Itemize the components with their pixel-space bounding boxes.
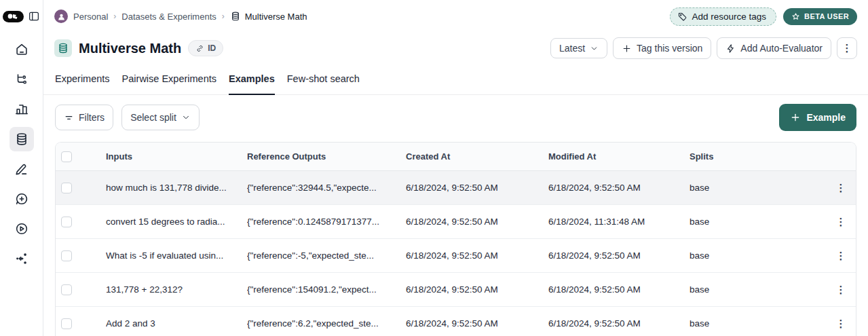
home-icon	[14, 42, 29, 57]
breadcrumb: Personal › Datasets & Experiments › Mult…	[54, 10, 307, 23]
tab-examples[interactable]: Examples	[229, 64, 275, 95]
cell-inputs: Add 2 and 3	[106, 318, 247, 329]
chevron-down-icon	[590, 44, 599, 53]
select-split-label: Select split	[130, 112, 176, 123]
column-header-inputs[interactable]: Inputs	[106, 151, 247, 162]
deployments-icon	[14, 251, 29, 266]
row-checkbox[interactable]	[61, 284, 72, 295]
cell-created-at: 6/18/2024, 9:52:50 AM	[406, 217, 548, 227]
lightning-icon	[725, 43, 736, 54]
pencil-icon	[14, 162, 29, 176]
chevron-down-icon	[181, 113, 191, 122]
more-options-button[interactable]: ⋮	[837, 37, 857, 59]
cell-reference-outputs: {"reference":154091.2,"expect...	[247, 284, 406, 295]
add-resource-tags-label: Add resource tags	[692, 12, 767, 22]
add-auto-evaluator-button[interactable]: Add Auto-Evaluator	[717, 37, 831, 59]
database-icon	[14, 132, 29, 147]
cell-inputs: 131,778 + 22,312?	[106, 284, 247, 295]
sidebar-item-annotation-queues[interactable]	[10, 157, 34, 181]
cell-reference-outputs: {"reference":32944.5,"expecte...	[247, 183, 406, 193]
add-example-button[interactable]: Example	[779, 104, 856, 131]
id-label: ID	[208, 43, 216, 53]
version-label: Latest	[559, 43, 585, 54]
cell-modified-at: 6/18/2024, 11:31:48 AM	[548, 217, 690, 227]
filters-button[interactable]: Filters	[55, 105, 113, 130]
sidebar-item-prompts[interactable]	[10, 187, 34, 211]
langsmith-logo-icon[interactable]	[3, 11, 24, 22]
filters-label: Filters	[79, 112, 105, 123]
row-menu-button[interactable]: ⋮	[826, 284, 856, 296]
tag-this-version-label: Tag this version	[637, 43, 702, 54]
sidebar-collapse-icon[interactable]	[28, 10, 40, 22]
app-window: Personal › Datasets & Experiments › Mult…	[0, 0, 868, 336]
add-example-label: Example	[806, 112, 846, 123]
table-row[interactable]: 131,778 + 22,312? {"reference":154091.2,…	[56, 273, 856, 307]
examples-table: Inputs Reference Outputs Created At Modi…	[55, 142, 856, 336]
cell-reference-outputs: {"reference":-5,"expected_ste...	[247, 250, 406, 261]
row-checkbox[interactable]	[61, 217, 72, 227]
tab-few-shot-search[interactable]: Few-shot search	[287, 64, 360, 95]
add-resource-tags-button[interactable]: Add resource tags	[670, 7, 777, 26]
chat-plus-icon	[14, 191, 29, 206]
sidebar-item-deployments[interactable]	[10, 246, 34, 271]
star-icon	[791, 12, 800, 21]
filter-icon	[64, 113, 74, 123]
table-row[interactable]: What is -5 if evaluated usin... {"refere…	[56, 239, 856, 273]
row-menu-button[interactable]: ⋮	[826, 216, 856, 228]
breadcrumb-current[interactable]: Multiverse Math	[230, 11, 307, 22]
row-checkbox[interactable]	[61, 318, 72, 329]
tracing-flow-icon	[14, 72, 29, 87]
row-checkbox[interactable]	[61, 183, 72, 193]
database-icon	[230, 11, 241, 22]
row-menu-button[interactable]: ⋮	[826, 250, 856, 262]
workspace-avatar[interactable]	[54, 10, 68, 23]
table-row[interactable]: how much is 131,778 divide... {"referenc…	[56, 171, 856, 205]
sidebar-item-monitoring[interactable]	[10, 97, 34, 122]
cell-splits: base	[690, 183, 826, 193]
row-checkbox[interactable]	[61, 250, 72, 261]
column-header-splits[interactable]: Splits	[690, 151, 826, 162]
cell-created-at: 6/18/2024, 9:52:50 AM	[406, 318, 548, 329]
sidebar	[0, 0, 43, 336]
tag-icon	[677, 12, 687, 22]
breadcrumb-section[interactable]: Datasets & Experiments	[121, 12, 216, 22]
row-menu-button[interactable]: ⋮	[826, 182, 856, 194]
copy-id-button[interactable]: ID	[188, 40, 223, 56]
main-area: Personal › Datasets & Experiments › Mult…	[43, 0, 868, 336]
column-header-created-at[interactable]: Created At	[406, 151, 548, 162]
select-split-dropdown[interactable]: Select split	[121, 105, 200, 130]
tab-experiments[interactable]: Experiments	[55, 64, 110, 95]
tag-this-version-button[interactable]: Tag this version	[613, 37, 711, 59]
tab-pairwise-experiments[interactable]: Pairwise Experiments	[122, 64, 216, 95]
column-header-modified-at[interactable]: Modified At	[548, 151, 690, 162]
table-row[interactable]: convert 15 degrees to radia... {"referen…	[56, 205, 856, 239]
filter-row: Filters Select split Example	[55, 104, 856, 131]
cell-inputs: What is -5 if evaluated usin...	[106, 250, 247, 261]
cell-modified-at: 6/18/2024, 9:52:50 AM	[548, 183, 690, 193]
sidebar-item-home[interactable]	[10, 37, 34, 62]
add-auto-evaluator-label: Add Auto-Evaluator	[740, 43, 823, 54]
row-menu-button[interactable]: ⋮	[826, 318, 856, 330]
cell-created-at: 6/18/2024, 9:52:50 AM	[406, 284, 548, 295]
version-dropdown[interactable]: Latest	[550, 38, 607, 58]
select-all-checkbox[interactable]	[61, 151, 72, 162]
breadcrumb-workspace[interactable]: Personal	[73, 12, 108, 22]
column-header-reference-outputs[interactable]: Reference Outputs	[247, 151, 406, 162]
chevron-right-icon: ›	[222, 12, 225, 21]
breadcrumb-current-label: Multiverse Math	[245, 12, 307, 22]
sidebar-item-playground[interactable]	[10, 217, 34, 241]
sidebar-item-tracing[interactable]	[10, 67, 34, 92]
cell-inputs: convert 15 degrees to radia...	[106, 217, 247, 227]
cell-modified-at: 6/18/2024, 9:52:50 AM	[548, 318, 690, 329]
table-row[interactable]: Add 2 and 3 {"reference":6.2,"expected_s…	[56, 307, 856, 336]
page-title: Multiverse Math	[79, 41, 181, 56]
cell-reference-outputs: {"reference":0.1245879171377...	[247, 217, 406, 227]
cell-splits: base	[690, 318, 826, 329]
title-bar: Multiverse Math ID Latest Tag this versi…	[43, 33, 868, 64]
link-icon	[195, 44, 204, 53]
sidebar-item-datasets[interactable]	[10, 127, 34, 151]
top-bar: Personal › Datasets & Experiments › Mult…	[43, 0, 868, 33]
bar-chart-icon	[14, 102, 29, 117]
play-circle-icon	[14, 221, 29, 236]
cell-splits: base	[690, 217, 826, 227]
